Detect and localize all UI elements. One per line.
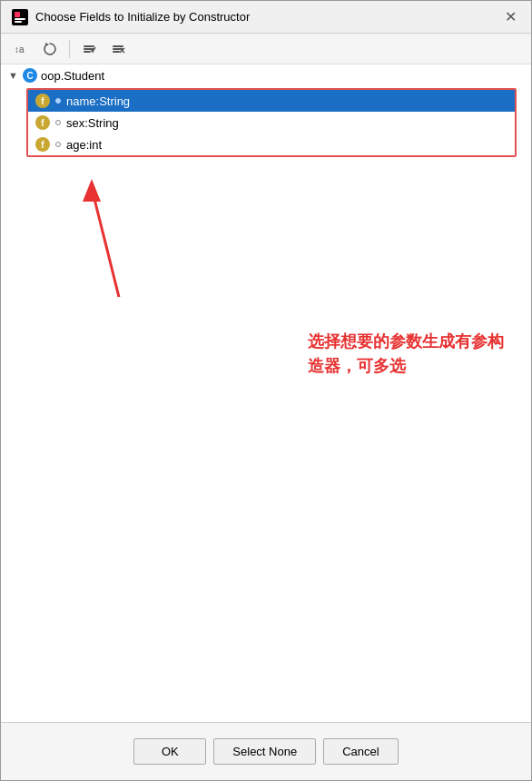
- svg-rect-7: [84, 48, 94, 50]
- refresh-button[interactable]: [37, 38, 63, 60]
- svg-text:↕a: ↕a: [15, 44, 25, 54]
- chevron-down-icon: ▼: [8, 70, 19, 81]
- tree-area: ▼ C oop.Student f name:String f sex:Stri…: [1, 64, 531, 722]
- field-badge-3: f: [35, 137, 50, 152]
- svg-rect-6: [84, 45, 94, 47]
- class-badge: C: [23, 68, 37, 83]
- select-none-button[interactable]: Select None: [213, 738, 316, 765]
- svg-line-14: [92, 188, 119, 297]
- svg-rect-0: [12, 9, 28, 25]
- field-row[interactable]: f age:int: [28, 133, 515, 155]
- select-all-icon: [82, 42, 96, 56]
- close-button[interactable]: ✕: [501, 8, 520, 26]
- field-list: f name:String f sex:String f age:int: [26, 88, 517, 157]
- annotation-arrow: [55, 170, 164, 306]
- toolbar-separator: [69, 40, 70, 58]
- class-row[interactable]: ▼ C oop.Student: [1, 64, 531, 86]
- field-dot-2: [55, 120, 61, 125]
- field-dot-1: [55, 98, 61, 104]
- toolbar: ↕a: [1, 34, 531, 64]
- svg-rect-1: [15, 12, 20, 17]
- dialog-title: Choose Fields to Initialize by Construct…: [35, 10, 250, 24]
- intellij-icon: [12, 9, 28, 25]
- svg-rect-3: [15, 21, 22, 23]
- sort-az-icon: ↕a: [14, 42, 28, 56]
- footer: OK Select None Cancel: [1, 722, 531, 780]
- svg-rect-2: [15, 18, 25, 20]
- annotation-area: 选择想要的参数生成有参构 造器，可多选: [1, 161, 531, 397]
- svg-rect-11: [113, 51, 120, 53]
- field-name-1: name:String: [66, 94, 130, 108]
- class-name: oop.Student: [41, 69, 104, 83]
- svg-rect-9: [113, 45, 123, 47]
- annotation-text: 选择想要的参数生成有参构 造器，可多选: [308, 330, 504, 379]
- field-name-3: age:int: [66, 138, 102, 152]
- svg-marker-15: [83, 179, 101, 202]
- cancel-button[interactable]: Cancel: [323, 738, 398, 765]
- field-name-2: sex:String: [66, 116, 119, 130]
- deselect-all-button[interactable]: [105, 38, 131, 60]
- deselect-all-icon: [111, 42, 125, 56]
- field-dot-3: [55, 142, 61, 147]
- ok-button[interactable]: OK: [133, 738, 206, 765]
- title-bar-left: Choose Fields to Initialize by Construct…: [12, 9, 250, 25]
- field-row[interactable]: f name:String: [28, 90, 515, 112]
- field-badge-2: f: [35, 115, 50, 130]
- svg-marker-5: [45, 43, 49, 46]
- field-badge-1: f: [35, 94, 50, 108]
- refresh-icon: [43, 42, 57, 56]
- svg-rect-8: [84, 51, 91, 53]
- sort-button[interactable]: ↕a: [8, 38, 34, 60]
- title-bar: Choose Fields to Initialize by Construct…: [1, 1, 531, 34]
- field-row[interactable]: f sex:String: [28, 112, 515, 133]
- dialog: Choose Fields to Initialize by Construct…: [0, 0, 532, 781]
- select-all-button[interactable]: [76, 38, 102, 60]
